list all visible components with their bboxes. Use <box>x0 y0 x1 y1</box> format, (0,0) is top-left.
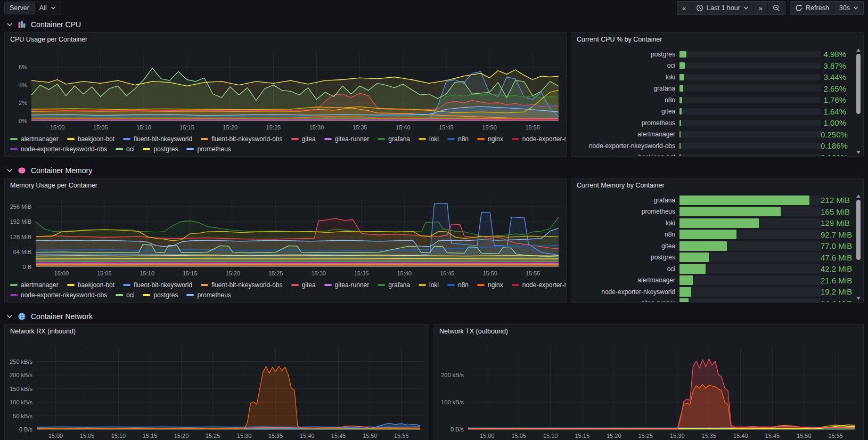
x-tick-label: 15:15 <box>575 433 589 439</box>
legend-item-loki[interactable]: loki <box>419 281 439 289</box>
gauge-label: node-exporter-nkeysworld-obs <box>577 142 675 150</box>
time-shift-back-button[interactable]: « <box>677 2 691 14</box>
scroll-down-arrow[interactable] <box>856 151 861 154</box>
cpu-gauge-scrollbar[interactable] <box>856 48 861 154</box>
memory-gauge-scrollbar[interactable] <box>856 194 861 300</box>
legend-item-node-exporter-nkeysworld-obs[interactable]: node-exporter-nkeysworld-obs <box>10 145 107 153</box>
panel-title-network-tx[interactable]: Network TX (outbound) <box>434 324 863 338</box>
x-tick-label: 15:50 <box>797 433 812 439</box>
legend-item-fluent-bit-nkeysworld[interactable]: fluent-bit-nkeysworld <box>123 135 192 143</box>
legend-item-fluent-bit-nkeysworld[interactable]: fluent-bit-nkeysworld <box>123 281 192 289</box>
scroll-up-arrow[interactable] <box>856 194 861 198</box>
legend-item-oci[interactable]: oci <box>116 145 134 153</box>
time-range-picker[interactable]: Last 1 hour <box>691 2 754 14</box>
x-tick-label: 15:10 <box>111 433 126 439</box>
legend-item-grafana[interactable]: grafana <box>378 135 410 143</box>
series-fill-gitea <box>468 359 855 429</box>
row-header-container-cpu[interactable]: Container CPU <box>4 18 864 31</box>
network-tx-chart[interactable]: 0 B/s100 kB/s200 kB/s15:0015:0515:1015:1… <box>434 338 863 440</box>
legend-item-loki[interactable]: loki <box>419 135 439 143</box>
time-shift-forward-button[interactable]: » <box>754 2 767 14</box>
y-tick-label: 200 kB/s <box>10 372 32 378</box>
legend-item-n8n[interactable]: n8n <box>447 281 469 289</box>
zoom-out-button[interactable] <box>767 2 785 14</box>
legend-item-postgres[interactable]: postgres <box>143 291 178 299</box>
x-tick-label: 15:50 <box>482 124 497 131</box>
gauge-bar <box>679 264 706 274</box>
gauge-track <box>679 275 821 285</box>
gauge-bar <box>679 97 682 103</box>
x-tick-label: 15:15 <box>143 433 158 439</box>
series-line-nginx <box>37 366 420 429</box>
legend-item-n8n[interactable]: n8n <box>447 135 469 143</box>
x-tick-label: 15:20 <box>223 124 238 131</box>
cpu-gauge-list: postgres4.98%oci3.87%loki3.44%grafana2.6… <box>577 48 854 156</box>
gauge-row-prometheus: prometheus165 MiB <box>577 206 854 218</box>
gauge-track <box>679 195 821 205</box>
panel-title-cpu-usage[interactable]: CPU Usage per Container <box>5 32 566 46</box>
gauge-row-alertmanager: alertmanager21.6 MiB <box>577 275 854 287</box>
legend-item-oci[interactable]: oci <box>116 291 134 299</box>
panel-title-memory-gauge[interactable]: Current Memory by Container <box>571 178 863 192</box>
panel-title-cpu-gauge[interactable]: Current CPU % by Container <box>571 32 863 46</box>
brain-emoji-icon <box>18 166 26 175</box>
legend-item-nginx[interactable]: nginx <box>477 135 503 143</box>
legend-item-prometheus[interactable]: prometheus <box>186 291 231 299</box>
legend-item-gitea[interactable]: gitea <box>291 281 316 289</box>
row-header-container-network[interactable]: Container Network <box>4 310 864 323</box>
legend-item-grafana[interactable]: grafana <box>378 281 410 289</box>
x-tick-label: 15:40 <box>300 433 315 439</box>
legend-label: loki <box>429 135 439 143</box>
legend-swatch <box>67 284 75 286</box>
network-rx-chart[interactable]: 0 B/s50 kB/s100 kB/s150 kB/s200 kB/s250 … <box>5 338 429 440</box>
legend-item-alertmanager[interactable]: alertmanager <box>10 281 59 289</box>
legend-item-postgres[interactable]: postgres <box>143 145 178 153</box>
legend-item-baekjoon-bot[interactable]: baekjoon-bot <box>67 135 114 143</box>
legend-label: nginx <box>488 135 503 143</box>
gauge-label: oci <box>577 62 675 69</box>
x-tick-label: 15:30 <box>309 124 324 131</box>
legend-swatch <box>324 284 332 286</box>
legend-item-baekjoon-bot[interactable]: baekjoon-bot <box>67 281 114 289</box>
panel-title-memory-usage[interactable]: Memory Usage per Container <box>5 178 566 192</box>
legend-item-gitea-runner[interactable]: gitea-runner <box>324 281 370 289</box>
gauge-row-postgres: postgres4.98% <box>577 48 854 60</box>
legend-item-gitea[interactable]: gitea <box>291 135 316 143</box>
row-container-memory: Container Memory Memory Usage per Contai… <box>4 164 864 303</box>
legend-item-fluent-bit-nkeysworld-obs[interactable]: fluent-bit-nkeysworld-obs <box>201 281 282 289</box>
legend-label: n8n <box>458 281 469 289</box>
legend-swatch <box>123 138 130 140</box>
panel-title-network-rx[interactable]: Network RX (inbound) <box>5 324 429 338</box>
variable-server-value-dropdown[interactable]: All <box>35 2 61 14</box>
refresh-interval-dropdown[interactable]: 30s <box>834 2 863 14</box>
legend-label: gitea <box>302 135 316 143</box>
legend-item-prometheus[interactable]: prometheus <box>186 145 231 153</box>
y-tick-label: 0% <box>19 118 27 124</box>
refresh-button[interactable]: Refresh <box>790 2 834 14</box>
gauge-label: loki <box>577 74 675 81</box>
x-tick-label: 15:30 <box>237 433 252 439</box>
gauge-value: 1.76% <box>821 95 854 104</box>
legend-item-fluent-bit-nkeysworld-obs[interactable]: fluent-bit-nkeysworld-obs <box>201 135 282 143</box>
scroll-up-arrow[interactable] <box>856 48 861 52</box>
memory-usage-chart[interactable]: 0 B64 MiB128 MiB192 MiB256 MiB15:0015:05… <box>5 192 566 279</box>
gauge-value: 165 MiB <box>821 207 854 216</box>
legend-item-node-exporter-nkeysworld[interactable]: node-exporter-nkeysworld <box>512 281 567 289</box>
legend-item-node-exporter-nkeysworld[interactable]: node-exporter-nkeysworld <box>512 135 567 143</box>
chevron-down-icon <box>853 5 858 11</box>
cpu-usage-chart[interactable]: 0%2%4%6%15:0015:0515:1015:1515:2015:2515… <box>5 46 566 133</box>
legend-swatch <box>201 284 208 286</box>
legend-label: oci <box>126 291 134 299</box>
x-tick-label: 15:55 <box>829 433 844 439</box>
scrollbar-thumb[interactable] <box>856 54 861 114</box>
gauge-value: 77.0 MiB <box>821 241 854 250</box>
legend-item-gitea-runner[interactable]: gitea-runner <box>324 135 370 143</box>
legend-item-nginx[interactable]: nginx <box>477 281 503 289</box>
row-header-container-memory[interactable]: Container Memory <box>4 164 864 177</box>
legend-label: baekjoon-bot <box>78 135 114 143</box>
variable-server-control[interactable]: Server All <box>4 2 61 14</box>
scroll-down-arrow[interactable] <box>856 297 861 300</box>
legend-item-node-exporter-nkeysworld-obs[interactable]: node-exporter-nkeysworld-obs <box>10 291 107 299</box>
legend-item-alertmanager[interactable]: alertmanager <box>10 135 59 143</box>
scrollbar-thumb[interactable] <box>856 200 861 260</box>
